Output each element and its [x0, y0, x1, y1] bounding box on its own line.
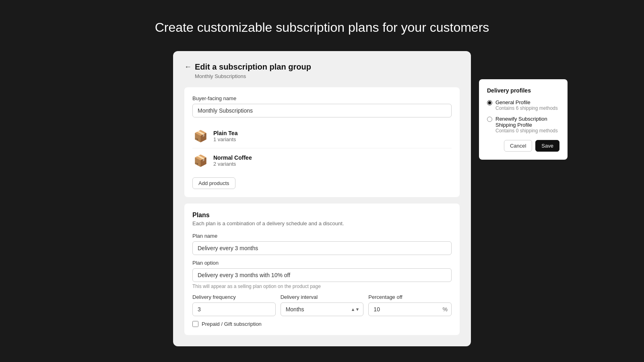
back-arrow-icon[interactable]: ← [184, 63, 192, 71]
profile-item-renewify: Renewify Subscription Shipping Profile C… [487, 116, 559, 134]
page-heading: Create customizable subscription plans f… [155, 20, 489, 35]
delivery-interval-label: Delivery interval [281, 294, 364, 300]
plans-title: Plans [192, 212, 452, 219]
product-name: Plain Tea [213, 130, 237, 136]
cancel-button[interactable]: Cancel [504, 140, 532, 152]
prepaid-row: Prepaid / Gift subscription [192, 321, 452, 327]
plan-option-label: Plan option [192, 260, 452, 266]
product-item: 📦 Plain Tea 1 variants [192, 124, 452, 148]
plan-name-label: Plan name [192, 233, 452, 239]
main-card: ← Edit a subscription plan group Monthly… [173, 51, 471, 346]
prepaid-checkbox[interactable] [192, 321, 198, 327]
delivery-interval-wrapper: Days Weeks Months Years ▲▼ [281, 302, 364, 316]
delivery-frequency-group: Delivery frequency [192, 294, 276, 316]
delivery-actions: Cancel Save [487, 140, 559, 152]
profile-name-general: General Profile [495, 99, 558, 105]
product-item: 📦 Normal Coffee 2 variants [192, 148, 452, 173]
plan-option-input[interactable] [192, 268, 452, 282]
card-header: ← Edit a subscription plan group [184, 62, 460, 72]
buyer-facing-name-input[interactable] [192, 104, 452, 117]
percentage-off-label: Percentage off [368, 294, 452, 300]
products-section: Buyer-facing name 📦 Plain Tea 1 variants… [184, 87, 460, 197]
delivery-interval-group: Delivery interval Days Weeks Months Year… [281, 294, 364, 316]
product-icon: 📦 [192, 128, 208, 144]
profile-radio-renewify[interactable] [487, 117, 492, 122]
product-icon: 📦 [192, 152, 208, 169]
delivery-frequency-label: Delivery frequency [192, 294, 276, 300]
profile-radio-general[interactable] [487, 100, 492, 105]
plans-section: Plans Each plan is a combination of a de… [184, 204, 460, 335]
delivery-interval-select[interactable]: Days Weeks Months Years [281, 302, 364, 316]
plans-description: Each plan is a combination of a delivery… [192, 220, 452, 226]
plan-name-input[interactable] [192, 241, 452, 255]
card-title: Edit a subscription plan group [195, 62, 311, 72]
percentage-off-group: Percentage off % [368, 294, 452, 316]
plan-option-hint: This will appear as a selling plan optio… [192, 284, 452, 289]
profile-item-general: General Profile Contains 6 shipping meth… [487, 99, 559, 111]
profile-name-renewify: Renewify Subscription Shipping Profile [495, 116, 559, 128]
save-button[interactable]: Save [535, 140, 559, 152]
card-subtitle: Monthly Subscriptions [195, 73, 460, 79]
percentage-off-wrapper: % [368, 302, 452, 316]
percentage-symbol: % [443, 306, 448, 313]
product-variants: 1 variants [213, 136, 237, 142]
prepaid-label: Prepaid / Gift subscription [202, 321, 262, 327]
profile-sublabel-general: Contains 6 shipping methods [495, 105, 558, 111]
buyer-facing-name-label: Buyer-facing name [192, 95, 452, 101]
delivery-frequency-input[interactable] [192, 302, 276, 316]
percentage-off-input[interactable] [368, 302, 452, 316]
frequency-row: Delivery frequency Delivery interval Day… [192, 294, 452, 316]
product-name: Normal Coffee [213, 154, 252, 161]
delivery-profiles-card: Delivery profiles General Profile Contai… [479, 79, 568, 160]
delivery-profiles-title: Delivery profiles [487, 87, 559, 94]
add-products-button[interactable]: Add products [192, 177, 235, 189]
product-variants: 2 variants [213, 161, 252, 167]
profile-sublabel-renewify: Contains 0 shipping methods [495, 128, 559, 134]
